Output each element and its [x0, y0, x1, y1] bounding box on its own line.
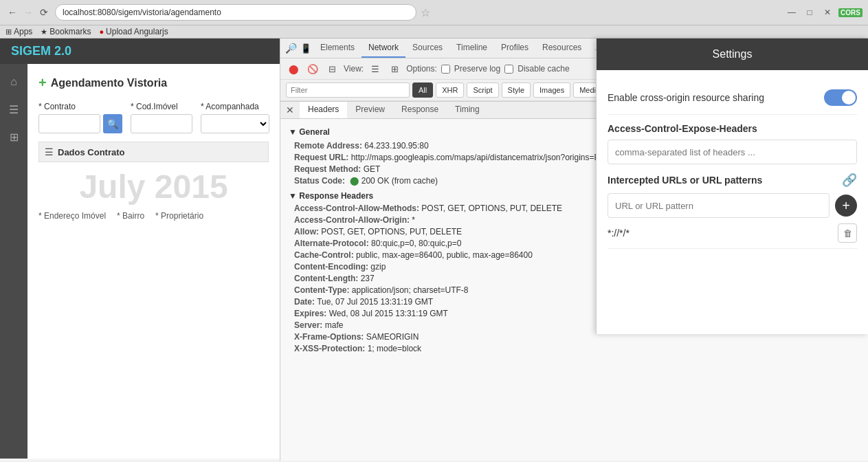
filter-style-button[interactable]: Style: [502, 82, 531, 98]
bookmark-star-button[interactable]: ☆: [421, 6, 430, 19]
close-button[interactable]: ✕: [821, 6, 834, 19]
cod-imovel-label: * Cod.Imóvel: [131, 102, 192, 111]
bairro-label: * Bairro: [117, 211, 144, 221]
bookmark-angularjs[interactable]: ● Upload Angularjs: [99, 27, 168, 36]
minimize-button[interactable]: —: [785, 6, 799, 19]
bookmark-apps-label: Apps: [14, 27, 32, 36]
cod-imovel-group: * Cod.Imóvel: [131, 102, 192, 133]
devtools-tab-profiles[interactable]: Profiles: [494, 38, 535, 58]
cors-toggle[interactable]: [824, 89, 857, 106]
filter-toggle-button[interactable]: ⊟: [324, 61, 340, 76]
devtools-tab-timeline[interactable]: Timeline: [449, 38, 494, 58]
intercepted-urls-title: Intercepted URLs or URL patterns: [608, 175, 762, 186]
detail-tab-timing[interactable]: Timing: [447, 102, 488, 118]
status-indicator: ⬤: [350, 176, 359, 186]
detail-tab-headers[interactable]: Headers: [300, 102, 347, 118]
response-header-key: Server:: [294, 320, 322, 330]
settings-panel: Settings Enable cross-origin resource sh…: [596, 38, 868, 334]
status-code-key: Status Code:: [294, 176, 345, 186]
contrato-label: * Contrato: [38, 102, 122, 111]
response-header-key: Cache-Control:: [294, 250, 354, 260]
dados-contrato-section: ☰ Dados Contrato: [38, 142, 269, 162]
cors-toggle-label: Enable cross-origin resource sharing: [608, 92, 764, 103]
link-icon[interactable]: 🔗: [842, 173, 857, 188]
detail-tab-response[interactable]: Response: [393, 102, 447, 118]
detail-tab-preview[interactable]: Preview: [347, 102, 393, 118]
cors-extension-badge: CORS: [838, 8, 863, 17]
angularjs-icon: ●: [99, 28, 104, 36]
apps-grid-icon: ⊞: [5, 28, 12, 36]
devtools-tab-sources[interactable]: Sources: [405, 38, 449, 58]
home-nav-button[interactable]: ⌂: [1, 69, 26, 94]
clear-button[interactable]: 🚫: [305, 61, 320, 76]
access-control-section-title: Access-Control-Expose-Headers: [608, 123, 857, 134]
acompanhada-label: * Acompanhada: [201, 102, 269, 111]
filter-script-button[interactable]: Script: [467, 82, 498, 98]
page-title-row: + Agendamento Vistoria: [38, 75, 269, 91]
remote-address-val: 64.233.190.95:80: [364, 141, 428, 151]
contrato-search-button[interactable]: 🔍: [103, 114, 122, 133]
url-input-row: +: [608, 193, 857, 218]
devtools-tab-network[interactable]: Network: [361, 38, 405, 58]
response-header-key: Alternate-Protocol:: [294, 239, 369, 248]
reload-button[interactable]: ⟳: [37, 6, 51, 19]
add-icon: +: [38, 75, 47, 91]
address-bar[interactable]: [55, 4, 416, 21]
filter-xhr-button[interactable]: XHR: [436, 82, 464, 98]
devtools-inspect-button[interactable]: 🔎: [283, 41, 298, 56]
request-method-key: Request Method:: [294, 164, 361, 174]
response-header-key: Expires:: [294, 309, 326, 318]
response-header-key: Access-Control-Allow-Origin:: [294, 215, 410, 225]
request-method-val: GET: [364, 164, 381, 174]
add-url-button[interactable]: +: [835, 195, 857, 217]
page-content-area: + Agendamento Vistoria * Contrato 🔍: [27, 64, 280, 459]
response-header-value: Tue, 07 Jul 2015 13:31:19 GMT: [317, 297, 433, 307]
app-logo: SIGEM 2.0: [11, 44, 71, 58]
url-pattern-input[interactable]: [608, 193, 830, 218]
endereco-imovel-label: * Endereço Imóvel: [38, 211, 106, 221]
grid-nav-button[interactable]: ⊞: [1, 124, 26, 149]
bookmarks-bar: ⊞ Apps ★ Bookmarks ● Upload Angularjs: [0, 25, 868, 38]
browser-chrome: ← → ⟳ ☆ — □ ✕ CORS ⊞ Apps ★ Bookmarks ● …: [0, 0, 868, 38]
record-button[interactable]: ⬤: [286, 61, 301, 76]
settings-body: Enable cross-origin resource sharing Acc…: [597, 70, 868, 260]
bookmark-angularjs-label: Upload Angularjs: [106, 27, 168, 36]
response-header-row: X-XSS-Protection: 1; mode=block: [289, 344, 860, 353]
back-button[interactable]: ←: [5, 6, 19, 19]
view-list-button[interactable]: ☰: [368, 61, 383, 76]
bookmark-apps[interactable]: ⊞ Apps: [5, 27, 32, 36]
devtools-tab-resources[interactable]: Resources: [535, 38, 588, 58]
acompanhada-group: * Acompanhada: [201, 102, 269, 133]
url-entry-0: *://*/* 🗑: [608, 218, 857, 249]
disable-cache-checkbox[interactable]: [504, 65, 513, 74]
detail-tab-close[interactable]: ✕: [280, 102, 300, 118]
disable-cache-label: Disable cache: [518, 64, 569, 74]
address-row: * Endereço Imóvel * Bairro * Proprietári…: [38, 211, 269, 221]
filter-input[interactable]: [286, 82, 410, 98]
cod-imovel-input[interactable]: [131, 114, 192, 133]
contrato-input[interactable]: [38, 114, 100, 133]
delete-url-button-0[interactable]: 🗑: [838, 223, 857, 243]
response-header-value: gzip: [370, 262, 386, 272]
month-display: July 2015: [38, 168, 269, 206]
devtools-mobile-button[interactable]: 📱: [298, 41, 313, 56]
forward-button[interactable]: →: [21, 6, 35, 19]
acompanhada-select[interactable]: [201, 114, 269, 133]
devtools-tab-elements[interactable]: Elements: [313, 38, 361, 58]
trash-icon: 🗑: [843, 228, 852, 239]
response-header-key: Access-Control-Allow-Methods:: [294, 204, 419, 213]
search-icon: 🔍: [107, 119, 119, 129]
form-row-1: * Contrato 🔍 * Cod.Imóvel * Aco: [38, 102, 269, 133]
response-header-value: SAMEORIGIN: [366, 332, 419, 342]
view-detail-button[interactable]: ⊞: [387, 61, 402, 76]
preserve-log-checkbox[interactable]: [441, 65, 450, 74]
app-header: SIGEM 2.0: [0, 38, 280, 64]
settings-title: Settings: [597, 38, 868, 70]
filter-images-button[interactable]: Images: [533, 82, 570, 98]
filter-all-button[interactable]: All: [412, 82, 433, 98]
webpage-area: SIGEM 2.0 ⌂ ☰ ⊞ + Agendamento Vistoria *…: [0, 38, 280, 461]
bookmark-bookmarks[interactable]: ★ Bookmarks: [41, 27, 91, 36]
maximize-button[interactable]: □: [803, 6, 816, 19]
access-control-input[interactable]: [608, 140, 857, 164]
list-nav-button[interactable]: ☰: [1, 97, 26, 122]
